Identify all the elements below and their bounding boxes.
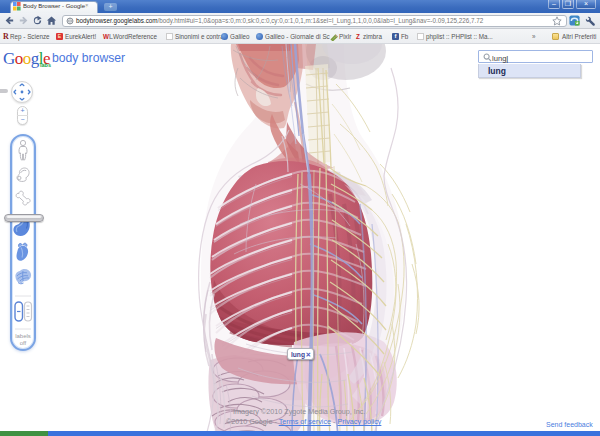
svg-text:off: off: [20, 340, 27, 346]
svg-text:labels: labels: [15, 333, 31, 339]
